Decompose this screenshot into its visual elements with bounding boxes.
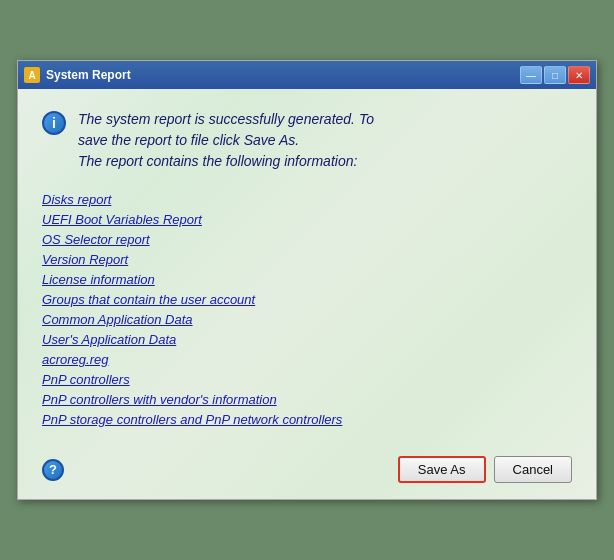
message-line2: save the report to file click Save As.: [78, 132, 299, 148]
app-icon: A: [24, 67, 40, 83]
window-controls: — □ ✕: [520, 66, 590, 84]
link-pnp-vendor[interactable]: PnP controllers with vendor's informatio…: [42, 392, 277, 407]
link-acroreg[interactable]: acroreg.reg: [42, 352, 108, 367]
report-links-list: Disks report UEFI Boot Variables Report …: [42, 190, 572, 428]
message-area: i The system report is successfully gene…: [42, 109, 572, 172]
info-icon: i: [42, 111, 66, 135]
list-item: Common Application Data: [42, 310, 572, 328]
list-item: PnP storage controllers and PnP network …: [42, 410, 572, 428]
list-item: UEFI Boot Variables Report: [42, 210, 572, 228]
system-report-window: A System Report — □ ✕ i The system repor…: [17, 60, 597, 500]
link-version-report[interactable]: Version Report: [42, 252, 128, 267]
dialog-content: i The system report is successfully gene…: [18, 89, 596, 499]
link-pnp-storage[interactable]: PnP storage controllers and PnP network …: [42, 412, 342, 427]
list-item: PnP controllers with vendor's informatio…: [42, 390, 572, 408]
link-os-selector[interactable]: OS Selector report: [42, 232, 150, 247]
footer-buttons: Save As Cancel: [398, 456, 572, 483]
cancel-button[interactable]: Cancel: [494, 456, 572, 483]
save-as-button[interactable]: Save As: [398, 456, 486, 483]
link-groups[interactable]: Groups that contain the user account: [42, 292, 255, 307]
list-item: acroreg.reg: [42, 350, 572, 368]
maximize-button[interactable]: □: [544, 66, 566, 84]
close-button[interactable]: ✕: [568, 66, 590, 84]
link-license-info[interactable]: License information: [42, 272, 155, 287]
link-pnp-controllers[interactable]: PnP controllers: [42, 372, 130, 387]
window-title: System Report: [46, 68, 514, 82]
dialog-footer: ? Save As Cancel: [42, 448, 572, 483]
link-disks-report[interactable]: Disks report: [42, 192, 111, 207]
minimize-button[interactable]: —: [520, 66, 542, 84]
help-icon[interactable]: ?: [42, 459, 64, 481]
message-line3: The report contains the following inform…: [78, 153, 357, 169]
link-uefi-boot[interactable]: UEFI Boot Variables Report: [42, 212, 202, 227]
link-users-app-data[interactable]: User's Application Data: [42, 332, 176, 347]
list-item: Disks report: [42, 190, 572, 208]
message-text: The system report is successfully genera…: [78, 109, 374, 172]
list-item: PnP controllers: [42, 370, 572, 388]
list-item: Groups that contain the user account: [42, 290, 572, 308]
list-item: User's Application Data: [42, 330, 572, 348]
list-item: OS Selector report: [42, 230, 572, 248]
link-common-app-data[interactable]: Common Application Data: [42, 312, 193, 327]
list-item: Version Report: [42, 250, 572, 268]
message-line1: The system report is successfully genera…: [78, 111, 374, 127]
list-item: License information: [42, 270, 572, 288]
title-bar: A System Report — □ ✕: [18, 61, 596, 89]
